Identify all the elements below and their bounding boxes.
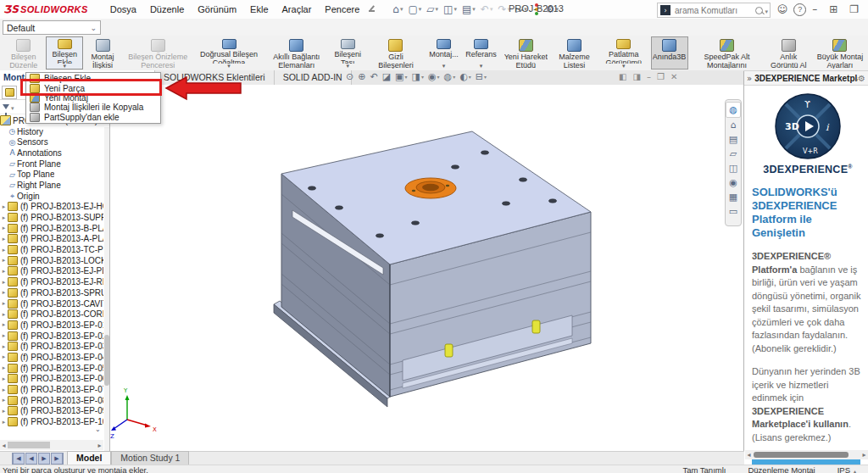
tree-component-item[interactable]: (f) PROJ-B2013-EP-04<1: [0, 352, 103, 363]
ribbon-button[interactable]: Doğrusal Bileşen Çoğaltma: [194, 36, 264, 70]
open-document-icon[interactable]: ▱: [426, 3, 438, 15]
scroll-left-icon[interactable]: ◂: [745, 451, 753, 459]
configuration-selector[interactable]: Default: [3, 20, 101, 35]
command-search-box[interactable]: ›: [657, 3, 771, 18]
command-tab[interactable]: SOLID ADD-IN: [275, 70, 352, 85]
file-explorer-icon[interactable]: ▱: [726, 147, 740, 161]
tree-component-item[interactable]: (f) PROJ-B2013-LOCK-RI: [0, 255, 103, 266]
solidworks-resources-icon[interactable]: ◍: [726, 102, 741, 118]
tree-item-right-plane[interactable]: ▱ Right Plane: [0, 180, 103, 191]
expand-arrow-icon[interactable]: [0, 353, 8, 360]
menu-dosya[interactable]: Dosya: [103, 4, 143, 14]
tree-component-item[interactable]: (f) PROJ-B2013-EJ-HOU: [0, 202, 103, 213]
home-icon[interactable]: ⌂: [392, 3, 403, 15]
expand-arrow-icon[interactable]: [0, 247, 8, 253]
expand-arrow-icon[interactable]: [0, 387, 8, 393]
tree-component-item[interactable]: (f) PROJ-B2013-SUPPOR: [0, 212, 103, 223]
scrollbar-thumb[interactable]: [104, 335, 109, 386]
tree-item-top-plane[interactable]: ▱ Top Plane: [0, 169, 103, 180]
first-tab-icon[interactable]: ◀: [12, 453, 25, 465]
menu-item-partsupply-dan-ekle[interactable]: PartSupply'dan ekle: [26, 113, 160, 122]
view-palette-icon[interactable]: ◫: [726, 161, 740, 175]
view-orientation-icon[interactable]: ▣: [395, 71, 407, 82]
help-icon[interactable]: ?: [793, 3, 806, 16]
tab-motion-study-1[interactable]: Motion Study 1: [111, 451, 189, 465]
tree-component-item[interactable]: (f) PROJ-B2013-EP-06<1: [0, 374, 103, 385]
expand-arrow-icon[interactable]: [0, 419, 8, 426]
forum-icon[interactable]: ▭: [726, 204, 740, 219]
ribbon-button[interactable]: Gizli Bileşenleri göster: [366, 36, 425, 70]
user-account-icon[interactable]: ☺: [777, 3, 788, 15]
tree-item-annotations[interactable]: A Annotations: [0, 147, 103, 159]
tree-item-sensors[interactable]: ◎ Sensors: [0, 136, 103, 147]
hide-show-items-icon[interactable]: ◉: [428, 71, 440, 82]
ribbon-button[interactable]: Bileşen Önizleme Penceresi: [122, 36, 194, 70]
scroll-right-icon[interactable]: ▸: [860, 451, 868, 459]
menu-duzenle[interactable]: Düzenle: [143, 4, 191, 14]
ribbon-button[interactable]: Akıllı Bağlantı Elemanları: [264, 36, 329, 70]
custom-properties-icon[interactable]: ▦: [726, 190, 740, 204]
ribbon-button[interactable]: Bileşeni Taşı: [329, 36, 366, 70]
tree-item-history[interactable]: ◷ History: [0, 126, 103, 137]
dropdown-caret-icon[interactable]: [480, 64, 483, 69]
ribbon-button[interactable]: Anında3B: [651, 36, 688, 70]
scroll-left-icon[interactable]: ◂: [0, 442, 8, 449]
zoom-area-icon[interactable]: ⊕: [358, 71, 365, 82]
next-tab-icon[interactable]: ▶: [38, 453, 50, 465]
ribbon-button[interactable]: Montaj İlişkisi: [83, 36, 122, 70]
panel-settings-icon[interactable]: ⚙: [858, 74, 865, 83]
tree-component-item[interactable]: (f) PROJ-B2013-CORE<1: [0, 309, 103, 320]
search-input[interactable]: [673, 5, 755, 16]
tree-component-item[interactable]: (f) PROJ-B2013-TC-PLAT: [0, 244, 103, 255]
ribbon-button[interactable]: Montaj...: [426, 36, 463, 70]
tree-component-item[interactable]: (f) PROJ-B2013-EJ-RETA: [0, 276, 103, 287]
expand-arrow-icon[interactable]: [0, 236, 8, 242]
expand-arrow-icon[interactable]: [0, 203, 8, 210]
menu-item-montaj-iliskileri-ile-kopyala[interactable]: Montaj İlişkileri ile Kopyala: [26, 103, 160, 112]
tree-component-item[interactable]: (f) PROJ-B2013-EP-08<1: [0, 395, 103, 406]
tree-component-item[interactable]: (f) PROJ-B2013-EP-03<1: [0, 341, 103, 352]
expand-arrow-icon[interactable]: [0, 279, 8, 286]
last-tab-icon[interactable]: ▶: [51, 453, 64, 465]
expand-arrow-icon[interactable]: [0, 376, 8, 382]
print-icon[interactable]: ▤: [462, 3, 476, 15]
tree-item-origin[interactable]: ⌖ Origin: [0, 191, 103, 202]
expand-arrow-icon[interactable]: [0, 311, 8, 318]
ribbon-button[interactable]: Bileşen Ekle: [46, 36, 83, 70]
ribbon-button[interactable]: Bileşen Düzenle: [1, 36, 46, 70]
section-view-icon[interactable]: ◪: [382, 71, 391, 82]
design-library-icon[interactable]: ▤: [726, 132, 740, 147]
tree-horizontal-scrollbar[interactable]: ◂ ▸: [0, 440, 103, 450]
menu-gorunum[interactable]: Görünüm: [191, 4, 243, 14]
expand-arrow-icon[interactable]: [0, 257, 8, 264]
marketplace-horizontal-scrollbar[interactable]: ◂ ▸: [745, 450, 868, 459]
apply-scene-icon[interactable]: ◐: [459, 71, 471, 82]
dropdown-caret-icon[interactable]: [64, 64, 67, 69]
ribbon-button[interactable]: SpeedPak Alt Montajlarını Güncelle: [688, 36, 766, 70]
edit-appearance-icon[interactable]: ◍: [444, 71, 456, 82]
search-dropdown-caret-icon[interactable]: [765, 5, 770, 16]
previous-view-icon[interactable]: ↶: [370, 71, 377, 82]
minimize-app-icon[interactable]: –: [812, 3, 817, 15]
previous-window-icon[interactable]: ◧: [619, 72, 626, 81]
menu-pencere[interactable]: Pencere: [318, 4, 366, 14]
tree-component-item[interactable]: (f) PROJ-B2013-EP-09<1: [0, 406, 103, 417]
expand-arrow-icon[interactable]: [0, 268, 8, 275]
search-icon[interactable]: [755, 7, 763, 14]
previous-tab-icon[interactable]: ◀: [25, 453, 37, 465]
tree-component-item[interactable]: (f) PROJ-B2013-EP-01<1: [0, 320, 103, 331]
pin-menu-icon[interactable]: [368, 5, 376, 14]
tree-component-item[interactable]: (f) PROJ-B2013-EP-05<1: [0, 363, 103, 374]
view-settings-icon[interactable]: ⊟: [476, 71, 487, 82]
mold-assembly-model[interactable]: [274, 131, 591, 407]
ribbon-button[interactable]: Büyük Montaj Ayarları: [811, 36, 868, 70]
tree-component-item[interactable]: (f) PROJ-B2013-EP-02<1: [0, 331, 103, 342]
display-style-icon[interactable]: ◨: [411, 71, 423, 82]
menu-ekle[interactable]: Ekle: [243, 4, 275, 14]
next-window-icon[interactable]: ◨: [632, 72, 640, 81]
expand-arrow-icon[interactable]: [0, 300, 8, 307]
dropdown-caret-icon[interactable]: [622, 64, 626, 69]
tree-component-item[interactable]: (f) PROJ-B2013-EP-07<1: [0, 384, 103, 395]
restore-app-icon[interactable]: ❐: [849, 3, 859, 15]
dropdown-caret-icon[interactable]: [442, 64, 446, 69]
